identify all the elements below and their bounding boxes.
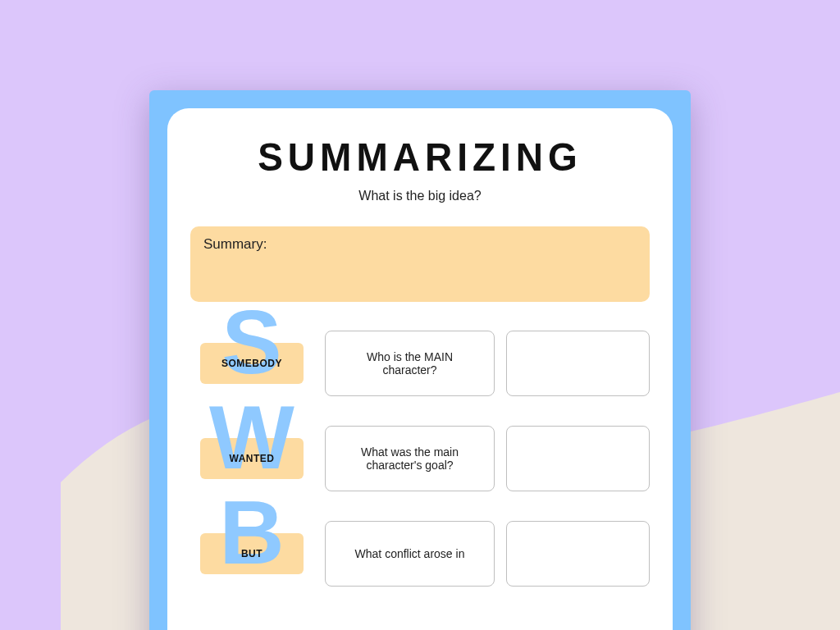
prompt-cell: What conflict arose in [325, 521, 495, 587]
answer-cell[interactable] [506, 426, 650, 491]
label-cell: B BUT [190, 517, 313, 591]
answer-cell[interactable] [506, 521, 650, 587]
page-title: SUMMARIZING [190, 134, 650, 180]
row-name: BUT [241, 548, 262, 559]
row-name: SOMEBODY [221, 358, 282, 369]
page-subtitle: What is the big idea? [190, 189, 650, 203]
worksheet-page: SUMMARIZING What is the big idea? Summar… [149, 90, 691, 630]
worksheet-body: SUMMARIZING What is the big idea? Summar… [167, 108, 673, 630]
prompt-cell: What was the main character's goal? [325, 426, 495, 491]
summary-label: Summary: [203, 236, 267, 252]
prompt-cell: Who is the MAIN character? [325, 331, 495, 396]
row-name: WANTED [230, 453, 275, 464]
answer-cell[interactable] [506, 331, 650, 396]
row-but: B BUT What conflict arose in [190, 517, 650, 591]
swbst-rows: S SOMEBODY Who is the MAIN character? W … [190, 326, 650, 591]
